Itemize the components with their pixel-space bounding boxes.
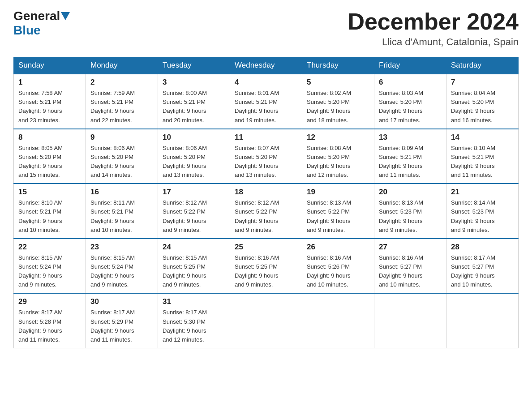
- calendar-week-5: 29 Sunrise: 8:17 AM Sunset: 5:28 PM Dayl…: [14, 293, 519, 348]
- table-row: 25 Sunrise: 8:16 AM Sunset: 5:25 PM Dayl…: [230, 239, 302, 294]
- calendar-week-2: 8 Sunrise: 8:05 AM Sunset: 5:20 PM Dayli…: [14, 129, 519, 184]
- col-wednesday: Wednesday: [230, 57, 302, 74]
- table-row: 10 Sunrise: 8:06 AM Sunset: 5:20 PM Dayl…: [158, 129, 230, 184]
- page-header: General Blue December 2024 Llica d'Amunt…: [13, 9, 519, 48]
- day-number: 23: [90, 243, 153, 252]
- day-info: Sunrise: 8:17 AM Sunset: 5:27 PM Dayligh…: [451, 253, 514, 290]
- day-number: 19: [307, 188, 369, 197]
- day-info: Sunrise: 8:10 AM Sunset: 5:21 PM Dayligh…: [18, 198, 81, 235]
- day-info: Sunrise: 8:10 AM Sunset: 5:21 PM Dayligh…: [451, 144, 514, 180]
- day-number: 31: [163, 297, 225, 306]
- day-number: 24: [163, 243, 225, 252]
- day-info: Sunrise: 8:01 AM Sunset: 5:21 PM Dayligh…: [235, 89, 297, 125]
- day-info: Sunrise: 8:06 AM Sunset: 5:20 PM Dayligh…: [90, 144, 153, 180]
- day-number: 27: [379, 243, 442, 252]
- day-number: 21: [451, 188, 514, 197]
- table-row: 8 Sunrise: 8:05 AM Sunset: 5:20 PM Dayli…: [14, 129, 86, 184]
- calendar-week-1: 1 Sunrise: 7:58 AM Sunset: 5:21 PM Dayli…: [14, 74, 519, 129]
- day-info: Sunrise: 8:11 AM Sunset: 5:21 PM Dayligh…: [90, 198, 153, 235]
- table-row: 3 Sunrise: 8:00 AM Sunset: 5:21 PM Dayli…: [158, 74, 230, 129]
- day-info: Sunrise: 8:15 AM Sunset: 5:24 PM Dayligh…: [18, 253, 81, 290]
- day-number: 10: [163, 133, 225, 142]
- table-row: 20 Sunrise: 8:13 AM Sunset: 5:23 PM Dayl…: [374, 184, 446, 239]
- table-row: 4 Sunrise: 8:01 AM Sunset: 5:21 PM Dayli…: [230, 74, 302, 129]
- day-info: Sunrise: 8:17 AM Sunset: 5:30 PM Dayligh…: [163, 308, 225, 344]
- day-info: Sunrise: 8:16 AM Sunset: 5:26 PM Dayligh…: [307, 253, 369, 290]
- col-friday: Friday: [374, 57, 446, 74]
- day-number: 15: [18, 188, 81, 197]
- day-number: 8: [18, 133, 81, 142]
- table-row: 19 Sunrise: 8:13 AM Sunset: 5:22 PM Dayl…: [302, 184, 374, 239]
- day-number: 26: [307, 243, 369, 252]
- table-row: 7 Sunrise: 8:04 AM Sunset: 5:20 PM Dayli…: [446, 74, 519, 129]
- day-info: Sunrise: 8:08 AM Sunset: 5:20 PM Dayligh…: [307, 144, 369, 180]
- day-number: 11: [235, 133, 297, 142]
- table-row: 31 Sunrise: 8:17 AM Sunset: 5:30 PM Dayl…: [158, 293, 230, 348]
- day-info: Sunrise: 8:16 AM Sunset: 5:25 PM Dayligh…: [235, 253, 297, 290]
- day-info: Sunrise: 8:12 AM Sunset: 5:22 PM Dayligh…: [163, 198, 225, 235]
- table-row: [230, 293, 302, 348]
- table-row: 15 Sunrise: 8:10 AM Sunset: 5:21 PM Dayl…: [14, 184, 86, 239]
- day-info: Sunrise: 8:14 AM Sunset: 5:23 PM Dayligh…: [451, 198, 514, 235]
- day-number: 28: [451, 243, 514, 252]
- table-row: 28 Sunrise: 8:17 AM Sunset: 5:27 PM Dayl…: [446, 239, 519, 294]
- day-number: 6: [379, 78, 442, 87]
- day-info: Sunrise: 8:17 AM Sunset: 5:28 PM Dayligh…: [18, 308, 81, 344]
- table-row: 13 Sunrise: 8:09 AM Sunset: 5:21 PM Dayl…: [374, 129, 446, 184]
- day-info: Sunrise: 8:09 AM Sunset: 5:21 PM Dayligh…: [379, 144, 442, 180]
- day-number: 14: [451, 133, 514, 142]
- day-number: 22: [18, 243, 81, 252]
- day-number: 17: [163, 188, 225, 197]
- table-row: 29 Sunrise: 8:17 AM Sunset: 5:28 PM Dayl…: [14, 293, 86, 348]
- day-number: 13: [379, 133, 442, 142]
- month-year-title: December 2024: [348, 9, 519, 34]
- day-number: 4: [235, 78, 297, 87]
- table-row: [302, 293, 374, 348]
- day-info: Sunrise: 8:17 AM Sunset: 5:29 PM Dayligh…: [90, 308, 153, 344]
- day-number: 12: [307, 133, 369, 142]
- day-info: Sunrise: 8:00 AM Sunset: 5:21 PM Dayligh…: [163, 89, 225, 125]
- day-number: 7: [451, 78, 514, 87]
- day-number: 25: [235, 243, 297, 252]
- table-row: 6 Sunrise: 8:03 AM Sunset: 5:20 PM Dayli…: [374, 74, 446, 129]
- logo-general: General: [13, 9, 60, 23]
- day-info: Sunrise: 8:13 AM Sunset: 5:22 PM Dayligh…: [307, 198, 369, 235]
- table-row: 26 Sunrise: 8:16 AM Sunset: 5:26 PM Dayl…: [302, 239, 374, 294]
- table-row: 24 Sunrise: 8:15 AM Sunset: 5:25 PM Dayl…: [158, 239, 230, 294]
- location-subtitle: Llica d'Amunt, Catalonia, Spain: [348, 36, 519, 48]
- day-info: Sunrise: 8:04 AM Sunset: 5:20 PM Dayligh…: [451, 89, 514, 125]
- col-monday: Monday: [86, 57, 158, 74]
- day-info: Sunrise: 8:06 AM Sunset: 5:20 PM Dayligh…: [163, 144, 225, 180]
- day-info: Sunrise: 7:58 AM Sunset: 5:21 PM Dayligh…: [18, 89, 81, 125]
- table-row: 17 Sunrise: 8:12 AM Sunset: 5:22 PM Dayl…: [158, 184, 230, 239]
- day-info: Sunrise: 8:02 AM Sunset: 5:20 PM Dayligh…: [307, 89, 369, 125]
- table-row: 14 Sunrise: 8:10 AM Sunset: 5:21 PM Dayl…: [446, 129, 519, 184]
- day-info: Sunrise: 7:59 AM Sunset: 5:21 PM Dayligh…: [90, 89, 153, 125]
- day-number: 1: [18, 78, 81, 87]
- day-info: Sunrise: 8:05 AM Sunset: 5:20 PM Dayligh…: [18, 144, 81, 180]
- day-info: Sunrise: 8:03 AM Sunset: 5:20 PM Dayligh…: [379, 89, 442, 125]
- day-number: 5: [307, 78, 369, 87]
- day-info: Sunrise: 8:16 AM Sunset: 5:27 PM Dayligh…: [379, 253, 442, 290]
- day-number: 2: [90, 78, 153, 87]
- table-row: 2 Sunrise: 7:59 AM Sunset: 5:21 PM Dayli…: [86, 74, 158, 129]
- day-number: 20: [379, 188, 442, 197]
- logo-triangle-icon: [61, 12, 70, 20]
- table-row: 27 Sunrise: 8:16 AM Sunset: 5:27 PM Dayl…: [374, 239, 446, 294]
- day-info: Sunrise: 8:13 AM Sunset: 5:23 PM Dayligh…: [379, 198, 442, 235]
- table-row: 9 Sunrise: 8:06 AM Sunset: 5:20 PM Dayli…: [86, 129, 158, 184]
- logo: General Blue: [13, 9, 71, 38]
- table-row: [446, 293, 519, 348]
- calendar-week-4: 22 Sunrise: 8:15 AM Sunset: 5:24 PM Dayl…: [14, 239, 519, 294]
- table-row: 11 Sunrise: 8:07 AM Sunset: 5:20 PM Dayl…: [230, 129, 302, 184]
- col-sunday: Sunday: [14, 57, 86, 74]
- col-tuesday: Tuesday: [158, 57, 230, 74]
- col-thursday: Thursday: [302, 57, 374, 74]
- logo-blue: Blue: [13, 23, 41, 38]
- col-saturday: Saturday: [446, 57, 519, 74]
- table-row: 12 Sunrise: 8:08 AM Sunset: 5:20 PM Dayl…: [302, 129, 374, 184]
- day-number: 30: [90, 297, 153, 306]
- table-row: 30 Sunrise: 8:17 AM Sunset: 5:29 PM Dayl…: [86, 293, 158, 348]
- day-info: Sunrise: 8:07 AM Sunset: 5:20 PM Dayligh…: [235, 144, 297, 180]
- table-row: 1 Sunrise: 7:58 AM Sunset: 5:21 PM Dayli…: [14, 74, 86, 129]
